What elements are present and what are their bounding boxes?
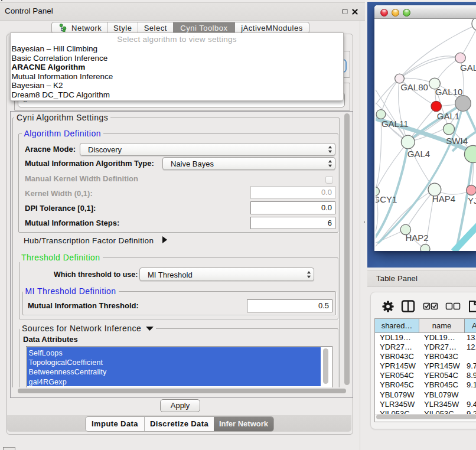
svg-text:GAL2: GAL2 (460, 63, 476, 73)
svg-text:GAL1: GAL1 (437, 111, 459, 121)
svg-text:YJ: YJ (468, 195, 476, 206)
svg-text:GAL4: GAL4 (407, 149, 430, 159)
svg-text:HAP4: HAP4 (432, 194, 455, 204)
svg-text:GAL80: GAL80 (400, 82, 428, 92)
svg-text:GAL10: GAL10 (435, 87, 463, 97)
svg-text:SWI4: SWI4 (446, 136, 468, 146)
svg-text:GAL11: GAL11 (382, 119, 409, 129)
svg-text:HAP2: HAP2 (405, 233, 428, 243)
svg-text:GCY1: GCY1 (376, 194, 397, 204)
